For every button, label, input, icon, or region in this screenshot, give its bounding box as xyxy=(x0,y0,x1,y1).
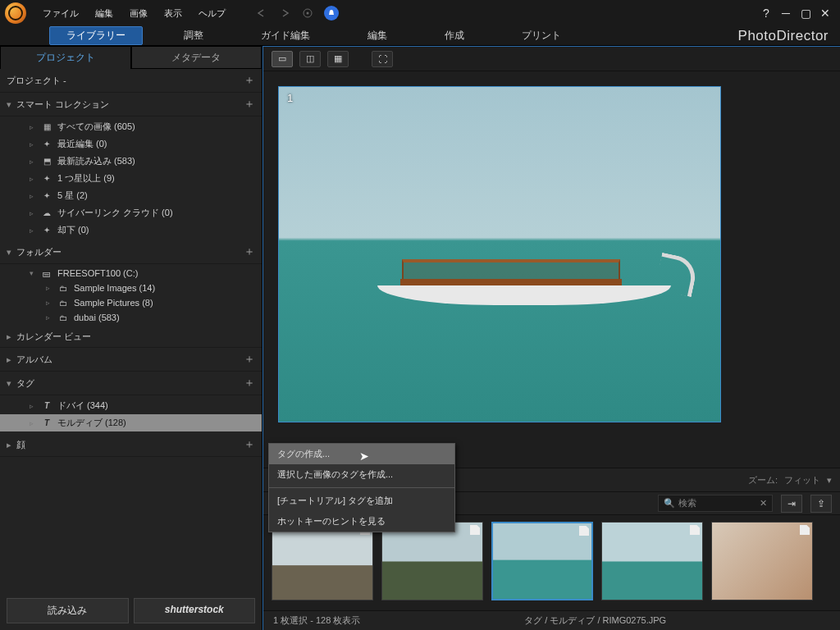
smart-item[interactable]: ▹✦1 つ星以上 (9) xyxy=(0,170,262,187)
undo-icon[interactable] xyxy=(255,7,268,20)
thumbnail-selected[interactable] xyxy=(491,522,593,600)
thumbnail[interactable] xyxy=(711,522,813,600)
tag-icon: T xyxy=(41,418,52,428)
ctx-hotkey-hint[interactable]: ホットキーのヒントを見る xyxy=(269,511,454,532)
ctx-create-tag-from-selection[interactable]: 選択した画像のタグを作成... xyxy=(269,464,454,485)
folder-item[interactable]: ▹🗀Sample Images (14) xyxy=(0,281,262,295)
thumbnail[interactable] xyxy=(381,522,483,600)
tab-project[interactable]: プロジェクト xyxy=(0,46,131,69)
redo-icon[interactable] xyxy=(278,7,291,20)
sparkle-icon: ✦ xyxy=(41,139,52,149)
cloud-icon: ☁ xyxy=(41,208,52,218)
selection-status: 1 枚選択 - 128 枚表示 xyxy=(273,614,360,627)
view-fullscreen-icon[interactable]: ⛶ xyxy=(372,51,393,67)
chevron-down-icon: ▾ xyxy=(7,247,16,258)
preview-image[interactable]: 1 xyxy=(278,86,721,422)
image-viewer[interactable]: 1 xyxy=(263,71,840,468)
maximize-button[interactable]: ▢ xyxy=(796,7,815,20)
tag-badge-icon xyxy=(579,526,589,536)
add-face-icon[interactable]: ＋ xyxy=(244,437,255,452)
menu-view[interactable]: 表示 xyxy=(156,4,190,23)
section-calendar[interactable]: ▸ カレンダー ビュー xyxy=(0,326,262,348)
tag-item[interactable]: ▹Tドバイ (344) xyxy=(0,397,262,414)
section-tag-label: タグ xyxy=(16,377,244,390)
ctx-separator xyxy=(269,487,454,488)
mode-library[interactable]: ライブラリー xyxy=(49,26,143,45)
help-button[interactable]: ? xyxy=(756,7,776,20)
zoom-label: ズーム: xyxy=(748,474,778,486)
tab-metadata[interactable]: メタデータ xyxy=(131,46,262,69)
settings-icon[interactable] xyxy=(301,7,314,20)
view-grid-icon[interactable]: ▦ xyxy=(327,51,349,67)
images-icon: ▦ xyxy=(41,122,52,132)
ctx-create-tag[interactable]: タグの作成... xyxy=(269,444,454,464)
view-compare-icon[interactable]: ◫ xyxy=(299,51,321,67)
smart-item[interactable]: ▹✦最近編集 (0) xyxy=(0,135,262,153)
add-project-icon[interactable]: ＋ xyxy=(244,73,255,88)
mode-create[interactable]: 作成 xyxy=(428,27,481,44)
project-root-row[interactable]: プロジェクト - ＋ xyxy=(0,69,262,93)
smart-item[interactable]: ▹☁サイバーリンク クラウド (0) xyxy=(0,204,262,221)
tag-badge-icon xyxy=(470,525,480,535)
zoom-value[interactable]: フィット xyxy=(784,474,820,486)
section-calendar-label: カレンダー ビュー xyxy=(16,331,255,343)
folder-item[interactable]: ▹🗀dubai (583) xyxy=(0,310,262,325)
ctx-tutorial[interactable]: [チュートリアル] タグを追加 xyxy=(269,491,454,511)
add-smart-icon[interactable]: ＋ xyxy=(244,97,255,112)
shutterstock-button[interactable]: shutterstock xyxy=(134,598,256,623)
thumbnail[interactable] xyxy=(601,522,703,600)
tag-tree: ▹Tドバイ (344) ▹Tモルディブ (128) xyxy=(0,395,262,433)
folder-root[interactable]: ▾🖴FREESOFT100 (C:) xyxy=(0,266,262,281)
minimize-button[interactable]: ─ xyxy=(776,7,796,20)
project-root-label: プロジェクト - xyxy=(7,75,244,87)
clear-search-icon[interactable]: ✕ xyxy=(760,498,767,509)
menu-image[interactable]: 画像 xyxy=(121,4,156,23)
chevron-down-icon: ▾ xyxy=(7,99,16,110)
folder-item[interactable]: ▹🗀Sample Pictures (8) xyxy=(0,295,262,310)
zoom-dropdown-icon[interactable]: ▾ xyxy=(827,475,832,486)
notification-icon[interactable] xyxy=(324,6,339,21)
add-tag-icon[interactable]: ＋ xyxy=(244,376,255,390)
smart-item[interactable]: ▹⬒最新読み込み (583) xyxy=(0,153,262,170)
menu-file[interactable]: ファイル xyxy=(34,4,87,23)
smart-item[interactable]: ▹✦却下 (0) xyxy=(0,221,262,239)
add-album-icon[interactable]: ＋ xyxy=(244,352,255,367)
app-logo-icon xyxy=(5,2,26,24)
view-single-icon[interactable]: ▭ xyxy=(272,51,293,67)
menu-edit[interactable]: 編集 xyxy=(87,4,121,23)
app-name-label: PhotoDirector xyxy=(738,28,829,44)
import-icon: ⬒ xyxy=(41,157,52,167)
chevron-right-icon: ▸ xyxy=(7,354,16,365)
mode-guided[interactable]: ガイド編集 xyxy=(244,27,326,44)
thumbnail[interactable] xyxy=(272,522,373,600)
tag-icon: T xyxy=(41,401,52,411)
section-folder-label: フォルダー xyxy=(16,246,244,258)
svg-point-1 xyxy=(307,12,309,15)
share-icon[interactable]: ⇪ xyxy=(810,495,832,513)
smart-item[interactable]: ▹▦すべての画像 (605) xyxy=(0,118,262,135)
add-folder-icon[interactable]: ＋ xyxy=(244,244,255,259)
search-input[interactable]: 🔍 検索 ✕ xyxy=(658,495,773,512)
mode-print[interactable]: プリント xyxy=(505,27,578,44)
tag-item-selected[interactable]: ▹Tモルディブ (128) xyxy=(0,414,262,431)
star-icon: ✦ xyxy=(41,191,52,201)
mode-adjust[interactable]: 調整 xyxy=(167,27,220,44)
close-button[interactable]: ✕ xyxy=(815,7,835,20)
path-status: タグ / モルディブ / RIMG0275.JPG xyxy=(524,614,666,627)
search-placeholder: 検索 xyxy=(678,497,760,509)
section-folder[interactable]: ▾ フォルダー ＋ xyxy=(0,240,262,264)
smart-item[interactable]: ▹✦5 星 (2) xyxy=(0,187,262,204)
section-album-label: アルバム xyxy=(16,354,244,366)
photo-index-label: 1 xyxy=(287,92,293,104)
folder-icon: 🗀 xyxy=(57,283,69,293)
import-button[interactable]: 読み込み xyxy=(7,598,129,623)
menu-help[interactable]: ヘルプ xyxy=(190,4,234,23)
export-icon[interactable]: ⇥ xyxy=(781,495,802,513)
mode-edit[interactable]: 編集 xyxy=(351,27,404,44)
chevron-down-icon: ▾ xyxy=(7,378,16,389)
section-tag[interactable]: ▾ タグ ＋ xyxy=(0,372,262,395)
section-face[interactable]: ▸ 顔 ＋ xyxy=(0,433,262,457)
section-smart[interactable]: ▾ スマート コレクション ＋ xyxy=(0,93,262,116)
section-album[interactable]: ▸ アルバム ＋ xyxy=(0,348,262,372)
search-icon: 🔍 xyxy=(664,498,675,509)
